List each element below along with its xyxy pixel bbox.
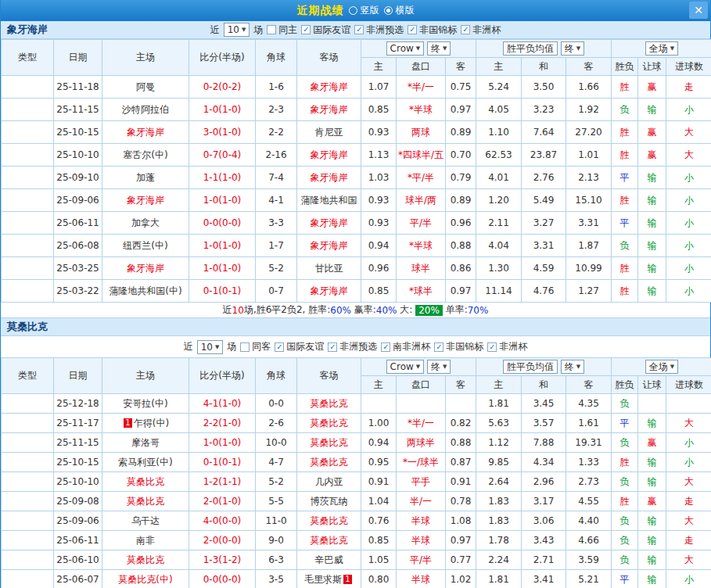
wdl-avg-select[interactable]: 胜平负均值	[503, 360, 558, 374]
filter-checkbox-非洲预选[interactable]: ✓非洲预选	[354, 23, 404, 37]
team-link[interactable]: 莫桑比克	[127, 496, 164, 507]
dropdown-arrow-icon: ▼	[416, 361, 420, 372]
team-link[interactable]: 象牙海岸	[311, 149, 348, 160]
team-link[interactable]: 纽西兰(中)	[123, 240, 167, 251]
team-link[interactable]: 几内亚	[315, 476, 343, 487]
team-link[interactable]: 蒲隆地共和国	[301, 195, 357, 206]
home-team-cell: 象牙海岸	[102, 189, 189, 212]
team-link[interactable]: 象牙海岸	[311, 81, 348, 92]
filter-checkbox-非国锦标[interactable]: ✓非国锦标	[408, 23, 457, 37]
filter-checkbox-非国锦标[interactable]: ✓非国锦标	[434, 340, 483, 353]
odds-final-select[interactable]: 终▼	[427, 41, 451, 56]
team-link[interactable]: 象牙海岸	[311, 217, 348, 228]
wdl-group-header: 胜平负均值 终▼	[476, 358, 612, 376]
competition-badge: 非洲预选	[2, 189, 54, 212]
radio-vertical-label: 竖版	[361, 4, 379, 17]
summary-part: 近	[223, 303, 232, 317]
team-link[interactable]: 象牙海岸	[127, 127, 164, 138]
team-link[interactable]: 沙特阿拉伯	[122, 104, 169, 115]
filter-checkbox-国际友谊[interactable]: ✓国际友谊	[275, 340, 324, 353]
team-link[interactable]: 莫桑比克(中)	[118, 574, 172, 585]
team-link[interactable]: 莫桑比克	[127, 554, 164, 565]
scope-select[interactable]: 全场▼	[645, 41, 678, 56]
filter-checkbox-非洲杯[interactable]: ✓非洲杯	[487, 340, 527, 353]
team-link[interactable]: 莫桑比克	[311, 535, 348, 546]
team-link[interactable]: 摩洛哥	[131, 437, 160, 448]
wdl-avg-select[interactable]: 胜平负均值	[503, 41, 558, 56]
team-link[interactable]: 博茨瓦纳	[311, 496, 348, 507]
summary-part: 40%	[376, 305, 397, 316]
checkbox-icon	[267, 25, 276, 34]
filter-checkbox-同主[interactable]: 同主	[267, 23, 297, 37]
match-count-select[interactable]: 10 ▼	[224, 23, 250, 37]
scope-select[interactable]: 全场▼	[645, 360, 678, 374]
wdl-final-select[interactable]: 终▼	[561, 360, 584, 374]
team-link[interactable]: 象牙海岸	[311, 172, 348, 183]
avg-draw: 2.71	[522, 550, 566, 570]
summary-part: 大:	[397, 303, 416, 317]
result-goals: 小	[666, 167, 711, 189]
odds-home: 0.94	[361, 433, 397, 453]
team-link[interactable]: 莫桑比克	[311, 418, 348, 428]
team-link[interactable]: 象牙海岸	[311, 104, 348, 115]
team-link[interactable]: 辛巴威	[315, 554, 343, 565]
team-link[interactable]: 乌干达	[131, 515, 160, 526]
wdl-final-select[interactable]: 终▼	[561, 41, 584, 56]
odds-handicap: *半球	[397, 235, 446, 257]
filter-checkbox-国际友谊[interactable]: ✓国际友谊	[301, 23, 350, 37]
filter-checkbox-同客[interactable]: 同客	[240, 340, 271, 353]
match-score: 1-0(1-0)	[189, 99, 256, 121]
team-link[interactable]: 象牙海岸	[127, 195, 164, 206]
team-link[interactable]: 莫桑比克	[311, 437, 348, 448]
match-row: 国际友谊25-11-18阿曼0-2(0-2)1-6象牙海岸1.07*半/一0.7…	[2, 76, 711, 99]
team-link[interactable]: 加蓬	[136, 172, 155, 183]
team-link[interactable]: 蒲隆地共和国(中)	[109, 285, 181, 296]
team-link[interactable]: 象牙海岸	[127, 263, 164, 274]
team-link[interactable]: 乍得(中)	[134, 418, 169, 428]
filter-checkbox-非洲预选[interactable]: ✓非洲预选	[328, 340, 377, 353]
match-date: 25-06-08	[54, 235, 102, 257]
team-link[interactable]: 塞舌尔(中)	[123, 149, 167, 160]
odds-final-select[interactable]: 终▼	[427, 360, 451, 374]
bookmaker-select[interactable]: Crow▼	[386, 360, 425, 374]
team-link[interactable]: 南非	[136, 535, 155, 546]
match-score: 0-0(0-0)	[189, 570, 256, 588]
team-link[interactable]: 甘比亚	[315, 263, 343, 274]
radio-vertical-layout[interactable]: 竖版	[349, 4, 379, 17]
filter-checkbox-南非洲杯[interactable]: ✓南非洲杯	[381, 340, 430, 353]
avg-draw: 5.49	[522, 189, 566, 212]
bookmaker-select[interactable]: Crow▼	[386, 41, 425, 56]
competition-badge: 非洲预选	[2, 121, 54, 144]
corner-count: 0-7	[256, 280, 297, 303]
team-link[interactable]: 安哥拉(中)	[123, 398, 167, 409]
team-link[interactable]: 象牙海岸	[311, 240, 348, 251]
team-link[interactable]: 莫桑比克	[311, 398, 348, 409]
odds-away: 0.77	[446, 550, 476, 570]
away-team-cell: 博茨瓦纳	[297, 492, 361, 511]
col-date: 日期	[54, 358, 102, 394]
team-link[interactable]: 毛里求斯	[304, 574, 342, 585]
avg-draw: 3.43	[522, 531, 566, 550]
match-count-select[interactable]: 10 ▼	[197, 340, 224, 354]
close-button[interactable]: ✕	[689, 2, 708, 19]
team-link[interactable]: 象牙海岸	[311, 285, 348, 296]
avg-away-win: 5.21	[566, 570, 612, 588]
radio-horizontal-layout[interactable]: 横版	[384, 4, 415, 17]
result-goals: 小	[666, 189, 711, 212]
team-link[interactable]: 肯尼亚	[315, 127, 343, 138]
team-link[interactable]: 莫桑比克	[311, 515, 348, 526]
team-link[interactable]: 索马利亚(中)	[118, 457, 172, 468]
team-link[interactable]: 阿曼	[136, 81, 155, 92]
table-header: 类型 日期 主场 比分(半场) 角球 客场 Crow▼ 终▼ 胜平负均值 终▼	[2, 40, 711, 76]
col-avg-home: 主	[476, 376, 522, 394]
result-goals: 大	[666, 414, 711, 433]
match-score: 1-2(1-1)	[189, 472, 256, 492]
odds-away: 0.87	[446, 453, 476, 472]
filter-label: 非洲预选	[366, 23, 404, 37]
team-link[interactable]: 莫桑比克	[311, 457, 348, 468]
team-link[interactable]: 莫桑比克	[127, 476, 164, 487]
competition-badge: 国际友谊	[2, 235, 54, 257]
filter-checkbox-非洲杯[interactable]: ✓非洲杯	[461, 23, 501, 37]
team-link[interactable]: 加拿大	[131, 217, 160, 228]
result-goals: 大	[666, 472, 711, 492]
